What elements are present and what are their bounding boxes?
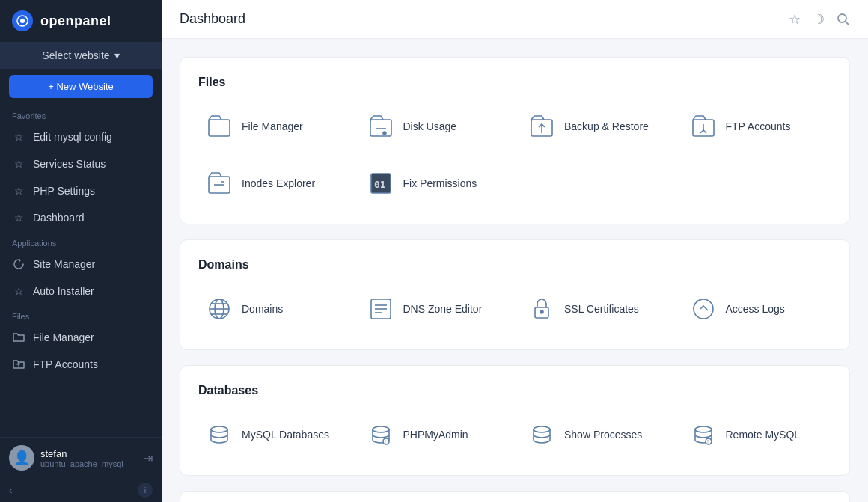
svg-point-29 bbox=[211, 426, 227, 432]
topbar: Dashboard ☆ ☽ bbox=[162, 0, 868, 39]
star-icon: ☆ bbox=[12, 130, 25, 144]
chevron-down-icon: ▾ bbox=[114, 49, 120, 61]
inodes-explorer-label: Inodes Explorer bbox=[242, 177, 315, 189]
ftp-accounts-item[interactable]: FTP Accounts bbox=[682, 104, 832, 149]
ftp-accounts-icon bbox=[688, 111, 718, 141]
mysql-databases-icon bbox=[204, 420, 234, 450]
backup-restore-item[interactable]: Backup & Restore bbox=[521, 104, 670, 149]
ssl-certificates-icon bbox=[527, 294, 557, 324]
databases-section: Databases MySQL Databases bbox=[180, 365, 850, 476]
sidebar-item-label: Edit mysql config bbox=[33, 131, 112, 143]
select-website-label: Select website bbox=[42, 49, 109, 61]
folder-upload-icon bbox=[12, 358, 25, 371]
ssl-certificates-item[interactable]: SSL Certificates bbox=[521, 287, 670, 331]
sidebar-footer: 👤 stefan ubuntu_apache_mysql ⇥ bbox=[0, 437, 162, 478]
bookmark-icon[interactable]: ☆ bbox=[789, 11, 801, 28]
info-button[interactable]: i bbox=[138, 483, 153, 498]
sidebar-item-ftp-accounts[interactable]: FTP Accounts bbox=[0, 351, 162, 378]
domains-section: Domains Domains bbox=[180, 239, 850, 350]
search-icon[interactable] bbox=[837, 13, 850, 26]
star-icon: ☆ bbox=[12, 284, 25, 298]
phpmyadmin-label: PHPMyAdmin bbox=[403, 429, 468, 441]
topbar-actions: ☆ ☽ bbox=[789, 11, 850, 28]
star-icon: ☆ bbox=[12, 157, 25, 171]
access-logs-label: Access Logs bbox=[726, 303, 785, 315]
dns-zone-editor-icon bbox=[366, 294, 396, 324]
access-logs-item[interactable]: Access Logs bbox=[682, 287, 832, 331]
remote-mysql-icon: ! bbox=[688, 420, 718, 450]
svg-point-30 bbox=[373, 426, 389, 432]
disk-usage-icon bbox=[366, 111, 396, 141]
svg-point-27 bbox=[540, 310, 543, 313]
svg-rect-4 bbox=[209, 120, 230, 136]
applications-section-label: Applications bbox=[0, 231, 162, 251]
sidebar-item-dashboard[interactable]: ☆ Dashboard bbox=[0, 204, 162, 231]
fix-permissions-item[interactable]: 01 Fix Permissions bbox=[360, 161, 510, 206]
fix-permissions-label: Fix Permissions bbox=[403, 177, 477, 189]
access-logs-icon bbox=[688, 294, 718, 324]
select-website-dropdown[interactable]: Select website ▾ bbox=[0, 42, 162, 69]
sidebar: openpanel Select website ▾ + New Website… bbox=[0, 0, 162, 502]
mysql-databases-label: MySQL Databases bbox=[242, 429, 329, 441]
svg-point-7 bbox=[383, 132, 386, 135]
sidebar-item-label: Auto Installer bbox=[33, 285, 94, 297]
sidebar-item-site-manager[interactable]: Site Manager bbox=[0, 251, 162, 278]
databases-section-title: Databases bbox=[198, 384, 831, 397]
sidebar-item-services-status[interactable]: ☆ Services Status bbox=[0, 150, 162, 177]
page-title: Dashboard bbox=[180, 11, 245, 27]
sidebar-item-label: Services Status bbox=[33, 158, 106, 170]
svg-text:01: 01 bbox=[374, 179, 386, 190]
svg-text:!: ! bbox=[707, 439, 709, 444]
phpmyadmin-item[interactable]: ! PHPMyAdmin bbox=[360, 412, 510, 457]
sidebar-item-edit-mysql[interactable]: ☆ Edit mysql config bbox=[0, 123, 162, 150]
new-website-button[interactable]: + New Website bbox=[9, 75, 153, 98]
footer-username: stefan bbox=[40, 448, 137, 459]
svg-line-3 bbox=[846, 21, 849, 25]
logo-text: openpanel bbox=[40, 13, 111, 29]
sidebar-item-label: FTP Accounts bbox=[33, 358, 98, 370]
svg-point-34 bbox=[695, 426, 712, 432]
show-processes-label: Show Processes bbox=[564, 429, 642, 441]
sidebar-item-auto-installer[interactable]: ☆ Auto Installer bbox=[0, 278, 162, 304]
domains-icon bbox=[204, 294, 234, 324]
logo-icon bbox=[12, 10, 33, 31]
dns-zone-editor-label: DNS Zone Editor bbox=[403, 303, 483, 315]
show-processes-item[interactable]: Show Processes bbox=[521, 412, 670, 457]
footer-domain: ubuntu_apache_mysql bbox=[40, 459, 137, 468]
collapse-sidebar-button[interactable]: ‹ bbox=[9, 484, 13, 496]
sidebar-item-label: PHP Settings bbox=[33, 185, 95, 197]
svg-rect-5 bbox=[370, 120, 391, 136]
file-manager-item[interactable]: File Manager bbox=[198, 104, 348, 149]
files-grid: File Manager Disk Usage bbox=[198, 104, 831, 206]
content-area: Files File Manager bbox=[162, 39, 868, 502]
star-icon: ☆ bbox=[12, 184, 25, 198]
databases-grid: MySQL Databases ! PHPMyAdmin bbox=[198, 412, 831, 457]
remote-mysql-label: Remote MySQL bbox=[726, 429, 801, 441]
remote-mysql-item[interactable]: ! Remote MySQL bbox=[682, 412, 832, 457]
sidebar-item-label: Site Manager bbox=[33, 258, 95, 270]
mysql-databases-item[interactable]: MySQL Databases bbox=[198, 412, 348, 457]
file-manager-icon bbox=[204, 111, 234, 141]
sidebar-logo: openpanel bbox=[0, 0, 162, 42]
disk-usage-item[interactable]: Disk Usage bbox=[360, 104, 510, 149]
sidebar-bottom-controls: ‹ i bbox=[0, 478, 162, 502]
ftp-accounts-label: FTP Accounts bbox=[726, 120, 791, 132]
expand-icon[interactable]: ⇥ bbox=[143, 451, 153, 465]
avatar: 👤 bbox=[9, 445, 34, 471]
domains-label: Domains bbox=[242, 303, 283, 315]
inodes-explorer-item[interactable]: Inodes Explorer bbox=[198, 161, 348, 206]
svg-point-2 bbox=[838, 14, 846, 22]
dark-mode-icon[interactable]: ☽ bbox=[813, 11, 825, 28]
favorites-section-label: Favorites bbox=[0, 104, 162, 123]
dns-zone-editor-item[interactable]: DNS Zone Editor bbox=[360, 287, 510, 331]
footer-user-info: stefan ubuntu_apache_mysql bbox=[40, 448, 137, 468]
sidebar-item-file-manager[interactable]: File Manager bbox=[0, 324, 162, 351]
files-section-title: Files bbox=[198, 76, 831, 89]
show-processes-icon bbox=[527, 420, 557, 450]
applications-section: Applications bbox=[180, 491, 850, 502]
domains-item[interactable]: Domains bbox=[198, 287, 348, 331]
sidebar-item-php-settings[interactable]: ☆ PHP Settings bbox=[0, 177, 162, 204]
folder-icon bbox=[12, 331, 25, 344]
files-section-label: Files bbox=[0, 304, 162, 324]
star-icon: ☆ bbox=[12, 211, 25, 224]
